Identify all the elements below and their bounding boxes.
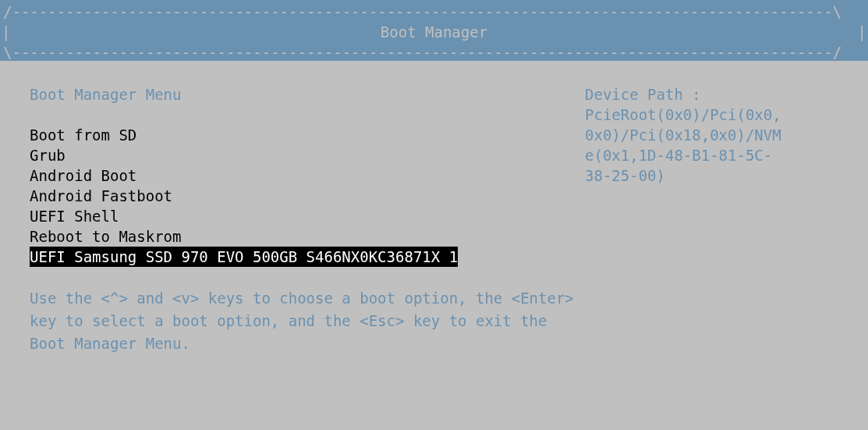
header-bar: /---------------------------------------… bbox=[0, 0, 868, 61]
device-path-label: Device Path : bbox=[585, 86, 701, 103]
header-bottom-border: \---------------------------------------… bbox=[0, 42, 868, 62]
boot-item-sd[interactable]: Boot from SD bbox=[30, 125, 585, 145]
page-title: Boot Manager bbox=[12, 22, 856, 42]
header-pipe-left: | bbox=[0, 22, 12, 42]
main-area: Boot Manager Menu Boot from SD Grub Andr… bbox=[0, 61, 868, 355]
header-title-row: | Boot Manager | bbox=[0, 22, 868, 42]
header-pipe-right: | bbox=[856, 22, 868, 42]
boot-item-uefi-samsung-ssd[interactable]: UEFI Samsung SSD 970 EVO 500GB S466NX0KC… bbox=[30, 247, 458, 267]
right-column: Device Path : PcieRoot(0x0)/Pci(0x0,0x0)… bbox=[585, 84, 819, 355]
menu-title: Boot Manager Menu bbox=[30, 84, 585, 105]
boot-item-grub[interactable]: Grub bbox=[30, 145, 585, 165]
boot-item-reboot-maskrom[interactable]: Reboot to Maskrom bbox=[30, 226, 585, 247]
instructions-text: Use the <^> and <v> keys to choose a boo… bbox=[30, 287, 585, 355]
boot-item-android-fastboot[interactable]: Android Fastboot bbox=[30, 186, 585, 206]
device-path-value: PcieRoot(0x0)/Pci(0x0,0x0)/Pci(0x18,0x0)… bbox=[585, 106, 781, 184]
boot-item-uefi-shell[interactable]: UEFI Shell bbox=[30, 206, 585, 226]
boot-item-android-boot[interactable]: Android Boot bbox=[30, 165, 585, 186]
left-column: Boot Manager Menu Boot from SD Grub Andr… bbox=[0, 84, 585, 355]
header-top-border: /---------------------------------------… bbox=[0, 2, 868, 22]
boot-list: Boot from SD Grub Android Boot Android F… bbox=[30, 125, 585, 267]
